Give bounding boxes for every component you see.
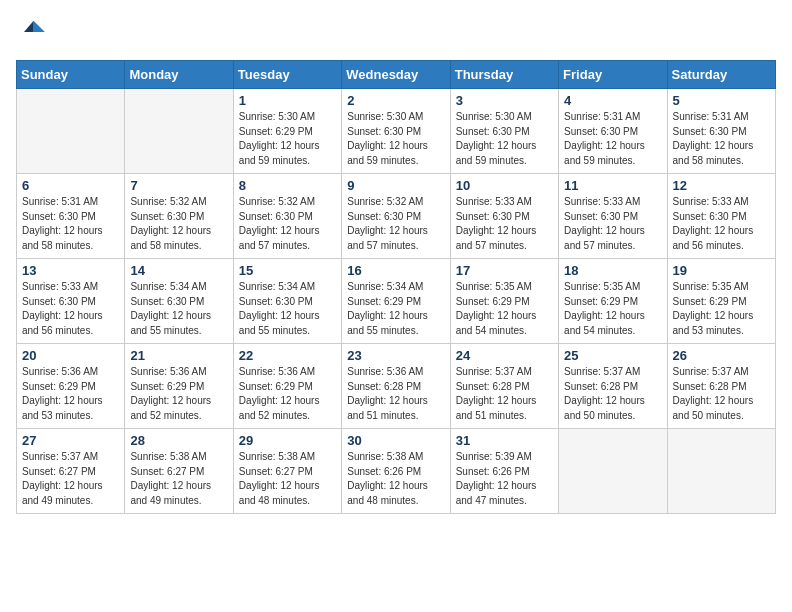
day-detail: Sunrise: 5:33 AMSunset: 6:30 PMDaylight:… xyxy=(456,195,553,253)
day-number: 6 xyxy=(22,178,119,193)
calendar-cell: 11Sunrise: 5:33 AMSunset: 6:30 PMDayligh… xyxy=(559,174,667,259)
day-number: 27 xyxy=(22,433,119,448)
calendar-cell: 27Sunrise: 5:37 AMSunset: 6:27 PMDayligh… xyxy=(17,429,125,514)
calendar-cell: 16Sunrise: 5:34 AMSunset: 6:29 PMDayligh… xyxy=(342,259,450,344)
day-detail: Sunrise: 5:37 AMSunset: 6:27 PMDaylight:… xyxy=(22,450,119,508)
col-header-saturday: Saturday xyxy=(667,61,775,89)
col-header-wednesday: Wednesday xyxy=(342,61,450,89)
calendar-cell: 6Sunrise: 5:31 AMSunset: 6:30 PMDaylight… xyxy=(17,174,125,259)
day-detail: Sunrise: 5:37 AMSunset: 6:28 PMDaylight:… xyxy=(673,365,770,423)
col-header-monday: Monday xyxy=(125,61,233,89)
calendar-cell: 24Sunrise: 5:37 AMSunset: 6:28 PMDayligh… xyxy=(450,344,558,429)
logo-icon xyxy=(16,16,48,48)
calendar-cell: 31Sunrise: 5:39 AMSunset: 6:26 PMDayligh… xyxy=(450,429,558,514)
week-row-5: 27Sunrise: 5:37 AMSunset: 6:27 PMDayligh… xyxy=(17,429,776,514)
day-detail: Sunrise: 5:35 AMSunset: 6:29 PMDaylight:… xyxy=(456,280,553,338)
week-row-4: 20Sunrise: 5:36 AMSunset: 6:29 PMDayligh… xyxy=(17,344,776,429)
day-detail: Sunrise: 5:31 AMSunset: 6:30 PMDaylight:… xyxy=(673,110,770,168)
day-detail: Sunrise: 5:37 AMSunset: 6:28 PMDaylight:… xyxy=(564,365,661,423)
day-detail: Sunrise: 5:35 AMSunset: 6:29 PMDaylight:… xyxy=(673,280,770,338)
day-number: 11 xyxy=(564,178,661,193)
day-number: 14 xyxy=(130,263,227,278)
logo xyxy=(16,16,52,48)
day-number: 17 xyxy=(456,263,553,278)
svg-marker-0 xyxy=(34,21,45,32)
calendar-cell: 10Sunrise: 5:33 AMSunset: 6:30 PMDayligh… xyxy=(450,174,558,259)
day-number: 25 xyxy=(564,348,661,363)
col-header-thursday: Thursday xyxy=(450,61,558,89)
day-number: 23 xyxy=(347,348,444,363)
day-detail: Sunrise: 5:39 AMSunset: 6:26 PMDaylight:… xyxy=(456,450,553,508)
calendar-cell: 15Sunrise: 5:34 AMSunset: 6:30 PMDayligh… xyxy=(233,259,341,344)
week-row-1: 1Sunrise: 5:30 AMSunset: 6:29 PMDaylight… xyxy=(17,89,776,174)
calendar-cell: 23Sunrise: 5:36 AMSunset: 6:28 PMDayligh… xyxy=(342,344,450,429)
day-detail: Sunrise: 5:31 AMSunset: 6:30 PMDaylight:… xyxy=(22,195,119,253)
calendar-header-row: SundayMondayTuesdayWednesdayThursdayFrid… xyxy=(17,61,776,89)
calendar-cell: 22Sunrise: 5:36 AMSunset: 6:29 PMDayligh… xyxy=(233,344,341,429)
day-detail: Sunrise: 5:36 AMSunset: 6:28 PMDaylight:… xyxy=(347,365,444,423)
day-number: 31 xyxy=(456,433,553,448)
day-number: 13 xyxy=(22,263,119,278)
day-detail: Sunrise: 5:34 AMSunset: 6:29 PMDaylight:… xyxy=(347,280,444,338)
day-number: 22 xyxy=(239,348,336,363)
day-number: 30 xyxy=(347,433,444,448)
calendar-cell: 5Sunrise: 5:31 AMSunset: 6:30 PMDaylight… xyxy=(667,89,775,174)
day-detail: Sunrise: 5:38 AMSunset: 6:27 PMDaylight:… xyxy=(239,450,336,508)
col-header-sunday: Sunday xyxy=(17,61,125,89)
day-number: 16 xyxy=(347,263,444,278)
day-detail: Sunrise: 5:36 AMSunset: 6:29 PMDaylight:… xyxy=(130,365,227,423)
col-header-tuesday: Tuesday xyxy=(233,61,341,89)
calendar-cell: 7Sunrise: 5:32 AMSunset: 6:30 PMDaylight… xyxy=(125,174,233,259)
day-detail: Sunrise: 5:33 AMSunset: 6:30 PMDaylight:… xyxy=(564,195,661,253)
day-detail: Sunrise: 5:32 AMSunset: 6:30 PMDaylight:… xyxy=(130,195,227,253)
day-number: 15 xyxy=(239,263,336,278)
day-detail: Sunrise: 5:36 AMSunset: 6:29 PMDaylight:… xyxy=(239,365,336,423)
calendar-cell xyxy=(17,89,125,174)
calendar-cell: 14Sunrise: 5:34 AMSunset: 6:30 PMDayligh… xyxy=(125,259,233,344)
day-detail: Sunrise: 5:38 AMSunset: 6:26 PMDaylight:… xyxy=(347,450,444,508)
week-row-2: 6Sunrise: 5:31 AMSunset: 6:30 PMDaylight… xyxy=(17,174,776,259)
calendar-cell: 4Sunrise: 5:31 AMSunset: 6:30 PMDaylight… xyxy=(559,89,667,174)
calendar-table: SundayMondayTuesdayWednesdayThursdayFrid… xyxy=(16,60,776,514)
day-detail: Sunrise: 5:30 AMSunset: 6:30 PMDaylight:… xyxy=(347,110,444,168)
day-detail: Sunrise: 5:33 AMSunset: 6:30 PMDaylight:… xyxy=(22,280,119,338)
calendar-cell: 8Sunrise: 5:32 AMSunset: 6:30 PMDaylight… xyxy=(233,174,341,259)
calendar-cell: 29Sunrise: 5:38 AMSunset: 6:27 PMDayligh… xyxy=(233,429,341,514)
calendar-cell: 28Sunrise: 5:38 AMSunset: 6:27 PMDayligh… xyxy=(125,429,233,514)
col-header-friday: Friday xyxy=(559,61,667,89)
day-number: 5 xyxy=(673,93,770,108)
calendar-cell: 17Sunrise: 5:35 AMSunset: 6:29 PMDayligh… xyxy=(450,259,558,344)
calendar-cell: 21Sunrise: 5:36 AMSunset: 6:29 PMDayligh… xyxy=(125,344,233,429)
calendar-cell: 2Sunrise: 5:30 AMSunset: 6:30 PMDaylight… xyxy=(342,89,450,174)
svg-marker-1 xyxy=(24,21,34,32)
day-detail: Sunrise: 5:30 AMSunset: 6:29 PMDaylight:… xyxy=(239,110,336,168)
calendar-cell: 25Sunrise: 5:37 AMSunset: 6:28 PMDayligh… xyxy=(559,344,667,429)
day-number: 8 xyxy=(239,178,336,193)
page-header xyxy=(16,16,776,48)
day-detail: Sunrise: 5:37 AMSunset: 6:28 PMDaylight:… xyxy=(456,365,553,423)
calendar-cell xyxy=(125,89,233,174)
day-number: 1 xyxy=(239,93,336,108)
day-number: 26 xyxy=(673,348,770,363)
day-number: 9 xyxy=(347,178,444,193)
calendar-cell: 20Sunrise: 5:36 AMSunset: 6:29 PMDayligh… xyxy=(17,344,125,429)
day-number: 2 xyxy=(347,93,444,108)
calendar-cell: 13Sunrise: 5:33 AMSunset: 6:30 PMDayligh… xyxy=(17,259,125,344)
day-detail: Sunrise: 5:36 AMSunset: 6:29 PMDaylight:… xyxy=(22,365,119,423)
day-number: 7 xyxy=(130,178,227,193)
day-detail: Sunrise: 5:38 AMSunset: 6:27 PMDaylight:… xyxy=(130,450,227,508)
day-number: 29 xyxy=(239,433,336,448)
day-number: 19 xyxy=(673,263,770,278)
day-number: 3 xyxy=(456,93,553,108)
day-number: 28 xyxy=(130,433,227,448)
week-row-3: 13Sunrise: 5:33 AMSunset: 6:30 PMDayligh… xyxy=(17,259,776,344)
calendar-cell: 1Sunrise: 5:30 AMSunset: 6:29 PMDaylight… xyxy=(233,89,341,174)
day-number: 21 xyxy=(130,348,227,363)
day-number: 12 xyxy=(673,178,770,193)
day-detail: Sunrise: 5:35 AMSunset: 6:29 PMDaylight:… xyxy=(564,280,661,338)
day-number: 18 xyxy=(564,263,661,278)
day-detail: Sunrise: 5:34 AMSunset: 6:30 PMDaylight:… xyxy=(239,280,336,338)
day-detail: Sunrise: 5:32 AMSunset: 6:30 PMDaylight:… xyxy=(239,195,336,253)
day-detail: Sunrise: 5:34 AMSunset: 6:30 PMDaylight:… xyxy=(130,280,227,338)
calendar-cell xyxy=(667,429,775,514)
